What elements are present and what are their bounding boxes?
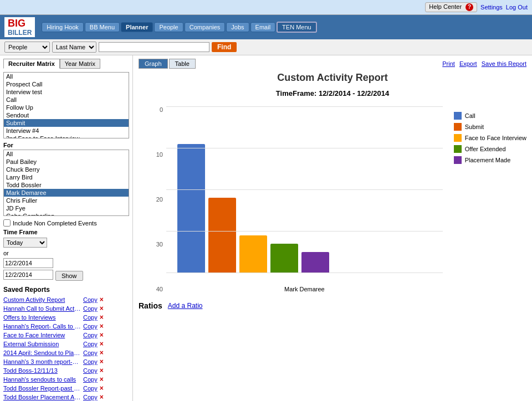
delete-report-button[interactable]: ×: [100, 384, 104, 392]
person-list-item[interactable]: Larry Bird: [4, 173, 129, 181]
bar: [301, 252, 329, 273]
ratios-title: Ratios: [139, 301, 162, 310]
graph-tab[interactable]: Graph: [139, 59, 168, 69]
bb-menu-button[interactable]: BB Menu: [85, 22, 120, 32]
show-button[interactable]: Show: [55, 271, 83, 281]
report-link[interactable]: 2014 April: Sendout to Place ...: [3, 349, 81, 356]
person-list-item[interactable]: JD Fye: [4, 204, 129, 212]
report-link[interactable]: Todd Bossler Report-past 3 m ...: [3, 385, 81, 392]
saved-report-row: Hannah's sendouts to callsCopy×: [3, 376, 129, 383]
person-list-item[interactable]: Paul Bailey: [4, 158, 129, 166]
save-report-link[interactable]: Save this Report: [482, 60, 526, 67]
activity-list-item[interactable]: Call: [4, 96, 129, 104]
report-link[interactable]: Offers to Interviews: [3, 314, 81, 321]
chart-grid: [166, 106, 443, 273]
copy-link[interactable]: Copy: [83, 367, 98, 374]
person-list-item[interactable]: All: [4, 150, 129, 158]
delete-report-button[interactable]: ×: [100, 340, 104, 348]
delete-report-button[interactable]: ×: [100, 349, 104, 357]
planner-button[interactable]: Planner: [121, 22, 153, 32]
report-link[interactable]: Hannah's 3 month report-12/1 ...: [3, 358, 81, 365]
delete-report-button[interactable]: ×: [100, 296, 104, 304]
print-link[interactable]: Print: [442, 60, 455, 67]
copy-link[interactable]: Copy: [83, 305, 98, 312]
help-center-button[interactable]: Help Center ?: [425, 2, 477, 12]
export-link[interactable]: Export: [459, 60, 477, 67]
report-link[interactable]: Face to Face Interview: [3, 332, 81, 338]
copy-link[interactable]: Copy: [83, 314, 98, 321]
people-button[interactable]: People: [154, 22, 183, 32]
copy-link[interactable]: Copy: [83, 358, 98, 365]
legend-label: Call: [465, 112, 475, 119]
year-matrix-tab[interactable]: Year Matrix: [60, 59, 100, 69]
companies-button[interactable]: Companies: [185, 22, 226, 32]
activity-list-item[interactable]: Sendout: [4, 111, 129, 119]
delete-report-button[interactable]: ×: [100, 305, 104, 312]
activity-list-item[interactable]: All: [4, 73, 129, 80]
copy-link[interactable]: Copy: [83, 376, 98, 383]
include-non-completed-checkbox[interactable]: [3, 219, 11, 227]
search-input[interactable]: [99, 42, 209, 52]
find-button[interactable]: Find: [212, 42, 237, 52]
copy-link[interactable]: Copy: [83, 296, 98, 303]
copy-link[interactable]: Copy: [83, 349, 98, 356]
delete-report-button[interactable]: ×: [100, 358, 104, 366]
report-link[interactable]: Todd Boss-12/11/13: [3, 367, 81, 374]
jobs-button[interactable]: Jobs: [226, 22, 249, 32]
delete-report-button[interactable]: ×: [100, 322, 104, 330]
ten-menu-button[interactable]: TEN Menu: [277, 22, 317, 33]
person-list-item[interactable]: Mark Demaree: [4, 189, 129, 197]
legend-item: Placement Made: [454, 156, 526, 164]
delete-report-button[interactable]: ×: [100, 376, 104, 383]
copy-link[interactable]: Copy: [83, 394, 98, 400]
hiring-hook-button[interactable]: Hiring Hook: [42, 22, 83, 32]
grid-line: [166, 189, 443, 190]
add-ratio-link[interactable]: Add a Ratio: [168, 302, 203, 310]
copy-link[interactable]: Copy: [83, 385, 98, 392]
search-name-select[interactable]: Last Name First Name: [52, 42, 96, 53]
delete-report-button[interactable]: ×: [100, 367, 104, 374]
delete-report-button[interactable]: ×: [100, 313, 104, 321]
time-frame-select[interactable]: Today This Week This Month Custom: [3, 238, 47, 248]
legend-color: [454, 134, 462, 142]
activity-list[interactable]: AllProspect CallInterview testCallFollow…: [3, 72, 129, 138]
person-list-item[interactable]: Todd Bossler: [4, 181, 129, 189]
bar: [270, 244, 298, 273]
person-list-item[interactable]: Gabe Gemberling: [4, 212, 129, 216]
grid-line: [166, 148, 443, 148]
y-axis-label: 40: [150, 286, 163, 292]
delete-report-button[interactable]: ×: [100, 331, 104, 339]
delete-report-button[interactable]: ×: [100, 393, 104, 401]
copy-link[interactable]: Copy: [83, 323, 98, 330]
person-list-item[interactable]: Chuck Berry: [4, 166, 129, 173]
x-label: Mark Demaree: [166, 286, 443, 292]
saved-report-row: Todd Bossler Report-past 3 m ...Copy×: [3, 384, 129, 392]
activity-list-item[interactable]: Submit: [4, 119, 129, 127]
person-list[interactable]: AllPaul BaileyChuck BerryLarry BirdTodd …: [3, 150, 129, 216]
date-to-input[interactable]: [3, 270, 53, 280]
date-from-input[interactable]: [3, 258, 53, 268]
report-link[interactable]: Custom Activity Report: [3, 296, 81, 303]
help-center-label: Help Center: [429, 3, 462, 10]
report-link[interactable]: External Submission: [3, 341, 81, 347]
bar: [239, 235, 267, 273]
report-tabs: Graph Table Print Export Save this Repor…: [139, 59, 526, 69]
table-tab[interactable]: Table: [169, 59, 196, 69]
report-link[interactable]: Hannah Call to Submit Activi ...: [3, 305, 81, 312]
person-list-item[interactable]: Chris Fuller: [4, 197, 129, 204]
report-link[interactable]: Hannah's Report- Calls to Se ...: [3, 323, 81, 330]
activity-list-item[interactable]: Follow Up: [4, 104, 129, 111]
email-button[interactable]: Email: [250, 22, 276, 32]
activity-list-item[interactable]: Interview test: [4, 88, 129, 96]
report-link[interactable]: Hannah's sendouts to calls: [3, 376, 81, 383]
report-link[interactable]: Todd Bossler Placement Activ ...: [3, 394, 81, 400]
settings-link[interactable]: Settings: [480, 4, 503, 11]
activity-list-item[interactable]: 2nd Face to Face Interview: [4, 135, 129, 138]
search-type-select[interactable]: People Companies Jobs: [4, 42, 50, 53]
recruiter-matrix-tab[interactable]: Recruiter Matrix: [3, 59, 60, 69]
activity-list-item[interactable]: Prospect Call: [4, 80, 129, 88]
copy-link[interactable]: Copy: [83, 332, 98, 338]
logout-link[interactable]: Log Out: [506, 4, 528, 11]
activity-list-item[interactable]: Interview #4: [4, 127, 129, 135]
copy-link[interactable]: Copy: [83, 341, 98, 347]
